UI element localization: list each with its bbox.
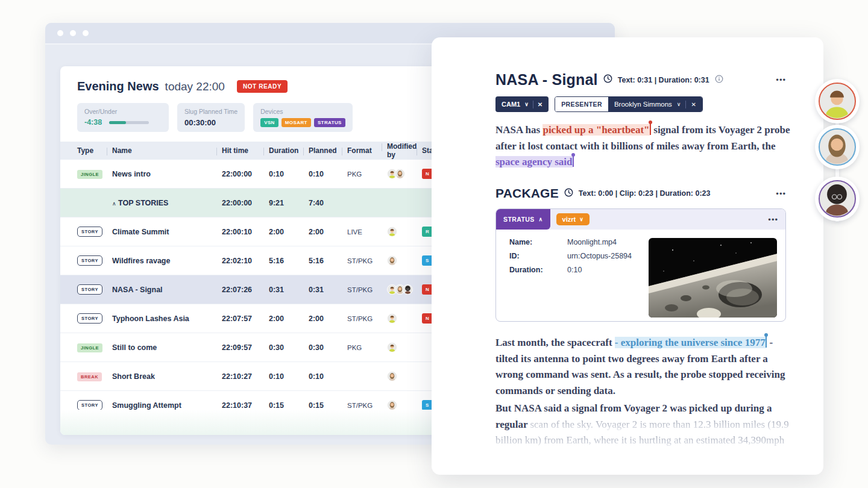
collab-cursor: [573, 156, 574, 167]
over-under-progressbar: [109, 121, 149, 124]
clock-icon: [564, 188, 573, 199]
type-cell: JINGLE: [77, 169, 112, 179]
device-badge-mosart: MOSART: [281, 118, 311, 127]
story-title: NASA - Signal: [495, 71, 598, 89]
modified-by-cell: [387, 400, 422, 410]
close-icon[interactable]: ✕: [538, 101, 542, 108]
page: Evening News today 22:00 NOT READY Over/…: [0, 0, 868, 488]
highlighted-text: - exploring the universe since 1977: [615, 337, 766, 348]
collapse-icon[interactable]: ∧: [112, 201, 116, 207]
group-name-cell: ∧ TOP STORIES: [112, 199, 222, 207]
name-cell: Smuggling Attempt: [112, 401, 222, 410]
package-title: PACKAGE: [495, 186, 559, 201]
vizrt-tag-label: vizrt: [562, 216, 576, 223]
info-icon[interactable]: [715, 75, 723, 86]
traffic-light-icon[interactable]: [70, 30, 76, 36]
name-cell: Typhoon Lashes Asia: [112, 314, 222, 323]
column-header-name[interactable]: Name: [112, 146, 222, 155]
duration-cell: 0:31: [269, 286, 309, 294]
story-tags-row: CAM1 ∨ ✕ PRESENTER Brooklyn Simmons ∨ ✕: [495, 96, 786, 112]
hit-time-cell: 22:09:57: [222, 343, 269, 352]
planned-cell: 0:31: [309, 286, 347, 294]
planned-cell: 0:15: [309, 401, 347, 410]
story-meta: Text: 0:31 | Duration: 0:31: [618, 76, 709, 84]
modified-by-cell: [387, 371, 422, 381]
clock-icon: [603, 74, 612, 86]
planned-cell: 5:16: [309, 257, 347, 265]
planned-cell: 2:00: [309, 314, 347, 323]
avatar-collaborator-3[interactable]: [815, 177, 860, 221]
media-field-duration: Duration: 0:10: [509, 266, 649, 274]
presenter-tag-label: PRESENTER: [555, 97, 608, 111]
vizrt-graphics-tag[interactable]: vizrt ∨: [556, 213, 590, 225]
hit-time-cell: 22:07:57: [222, 314, 269, 323]
hit-time-cell: 22:10:27: [222, 372, 269, 381]
device-badge-stratus: STRATUS: [314, 118, 345, 127]
slug-planned-label: Slug Planned Time: [184, 108, 237, 115]
modified-by-avatar: [387, 227, 397, 237]
script-paragraph-1[interactable]: NASA has picked up a "heartbeat" signal …: [495, 122, 792, 170]
avatar-collaborator-1[interactable]: [815, 79, 860, 124]
name-cell: Still to come: [112, 343, 222, 352]
status-badge: NOT READY: [237, 80, 288, 93]
hit-time-cell: 22:02:10: [222, 257, 269, 265]
modified-by-avatar: [387, 255, 397, 266]
duration-cell: 9:21: [269, 199, 309, 207]
modified-by-avatar: [387, 371, 397, 381]
type-cell: JINGLE: [77, 343, 112, 352]
script-paragraph-3[interactable]: But NASA said a signal from Voyager 2 wa…: [495, 401, 792, 449]
hit-time-cell: 22:07:26: [222, 286, 269, 294]
type-badge: JINGLE: [77, 343, 102, 352]
field-label: ID:: [509, 252, 567, 260]
story-section-header: NASA - Signal Text: 0:31 | Duration: 0:3…: [495, 71, 786, 89]
modified-by-cell: [387, 227, 422, 237]
package-meta: Text: 0:00 | Clip: 0:23 | Duration: 0:23: [579, 189, 711, 198]
planned-cell: 7:40: [309, 199, 347, 207]
traffic-light-icon[interactable]: [83, 30, 89, 36]
format-cell: ST/PKG: [347, 402, 387, 409]
media-field-name: Name: Moonlight.mp4: [509, 238, 649, 246]
modified-by-avatar: [387, 400, 397, 410]
name-cell: Climate Summit: [112, 228, 222, 236]
type-cell: STORY: [77, 400, 112, 410]
field-value: Moonlight.mp4: [567, 238, 617, 246]
story-editor-panel: NASA - Signal Text: 0:31 | Duration: 0:3…: [432, 37, 823, 475]
duration-cell: 0:10: [269, 372, 309, 381]
media-card: STRATUS ∧ vizrt ∨ ••• Name: Moonlight.mp…: [495, 208, 786, 322]
type-badge: STORY: [77, 400, 102, 410]
planned-cell: 0:10: [309, 170, 347, 178]
traffic-light-icon[interactable]: [57, 30, 63, 36]
highlighted-text: scan of the sky. Voyager 2 is more than …: [495, 419, 789, 446]
stratus-device-tag[interactable]: STRATUS ∧: [496, 209, 550, 230]
column-header-hit-time[interactable]: Hit time: [222, 146, 269, 155]
package-section-header: PACKAGE Text: 0:00 | Clip: 0:23 | Durati…: [495, 186, 786, 201]
chevron-down-icon[interactable]: ∨: [524, 101, 529, 107]
slug-planned-value: 00:30:00: [184, 118, 237, 127]
format-cell: LIVE: [347, 228, 387, 236]
type-cell: STORY: [77, 255, 112, 266]
chevron-down-icon[interactable]: ∨: [677, 101, 681, 107]
chevron-down-icon[interactable]: ∨: [579, 216, 583, 222]
clip-thumbnail[interactable]: [649, 238, 777, 318]
type-badge: STORY: [77, 227, 102, 237]
rundown-title: Evening News: [77, 80, 159, 93]
media-more-menu-icon[interactable]: •••: [768, 215, 778, 224]
type-cell: STORY: [77, 227, 112, 237]
avatar-collaborator-2[interactable]: [815, 125, 860, 169]
presenter-tag[interactable]: PRESENTER Brooklyn Simmons ∨ ✕: [555, 96, 703, 112]
planned-cell: 2:00: [309, 228, 347, 236]
modified-by-avatar: [387, 342, 397, 352]
package-more-menu-icon[interactable]: •••: [776, 189, 786, 198]
field-value: 0:10: [567, 266, 582, 274]
collab-cursor: [766, 336, 767, 348]
format-cell: ST/PKG: [347, 315, 387, 322]
close-icon[interactable]: ✕: [691, 101, 696, 108]
planned-cell: 0:10: [309, 372, 347, 381]
hit-time-cell: 22:00:00: [222, 199, 269, 207]
chevron-up-icon[interactable]: ∧: [539, 216, 543, 222]
script-paragraph-2[interactable]: Last month, the spacecraft - exploring t…: [495, 335, 792, 399]
modified-by-cell: [387, 169, 422, 179]
camera-tag[interactable]: CAM1 ∨ ✕: [495, 96, 549, 112]
story-more-menu-icon[interactable]: •••: [776, 75, 786, 84]
tag-divider: [533, 101, 533, 108]
